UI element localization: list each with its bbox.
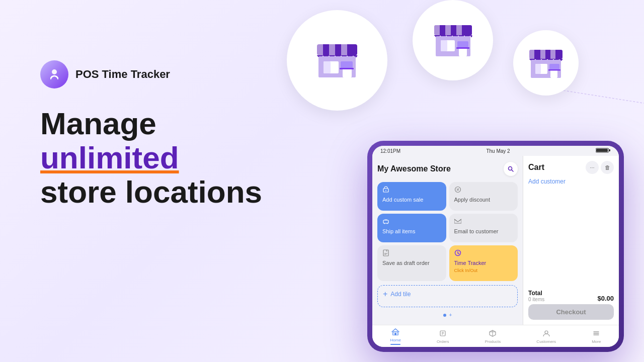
search-button[interactable] [504,162,518,176]
tile-custom-sale[interactable]: Add custom sale [377,182,446,211]
svg-rect-26 [529,50,534,59]
store-illustration-center [429,18,477,62]
svg-rect-31 [535,64,541,74]
dot-1 [443,314,446,317]
status-date: Thu May 2 [486,148,510,154]
cart-total-row: Total 0 items $0.00 [528,290,614,302]
tab-home[interactable]: Home [390,328,401,345]
total-info: Total 0 items [528,290,544,302]
tile-apply-discount[interactable]: Apply discount [449,182,518,211]
tab-customers-label: Customers [536,339,556,344]
svg-rect-16 [434,25,440,35]
store-header: My Awesome Store [377,161,518,179]
svg-point-0 [52,69,57,74]
store-bubble-left [287,10,387,111]
cart-delete-button[interactable]: 🗑 [601,161,614,174]
store-bubble-center [413,0,493,80]
total-amount: $0.00 [597,295,614,302]
tile-grid: Add custom sale Apply discount [377,182,518,281]
orders-icon [439,330,446,338]
email-label: Email to customer [454,228,513,234]
svg-line-1 [51,76,52,79]
total-label: Total [528,290,544,297]
customers-icon [543,330,550,338]
store-bubble-right [513,30,579,96]
svg-rect-46 [383,220,388,223]
add-tile-button[interactable]: + Add tile [377,285,518,307]
svg-rect-28 [550,50,555,59]
svg-line-54 [458,253,459,254]
total-sublabel: 0 items [528,297,544,302]
tab-more-label: More [592,339,601,344]
cart-header: Cart ··· 🗑 [528,161,614,174]
svg-rect-13 [341,61,353,68]
headline-line2: unlimited [40,141,262,175]
draft-icon [382,249,441,258]
app-name: POS Time Tracker [75,68,170,81]
products-icon [489,330,496,338]
store-illustration-left [309,35,365,85]
tile-draft-order[interactable]: Save as draft order [377,245,446,281]
svg-point-38 [509,167,512,170]
store-panel: My Awesome Store [372,156,523,325]
svg-point-44 [456,189,457,190]
store-bubbles [226,0,528,146]
custom-sale-label: Add custom sale [382,197,441,203]
add-tile-label: + Add tile [383,290,512,299]
svg-point-47 [384,223,385,224]
pagination-dots: + [377,310,518,320]
cart-more-button[interactable]: ··· [586,161,599,174]
store-illustration-right [526,45,566,81]
svg-rect-34 [548,69,560,71]
tab-bar: Home Orders [372,325,619,347]
ship-label: Ship all items [382,228,441,234]
cart-title: Cart [528,163,544,172]
svg-point-48 [387,223,388,224]
add-customer-link[interactable]: Add customer [528,178,614,185]
svg-rect-24 [456,47,469,49]
custom-sale-icon [382,186,441,195]
discount-label: Apply discount [454,197,513,203]
svg-rect-11 [324,61,331,73]
status-bar: 12:01PM Thu May 2 [372,146,619,156]
svg-rect-18 [456,25,462,35]
ship-icon [382,218,441,226]
tile-ship-items[interactable]: Ship all items [377,214,446,242]
tab-customers[interactable]: Customers [536,330,556,344]
home-icon [391,328,399,337]
svg-rect-49 [383,250,388,256]
svg-rect-7 [329,44,335,55]
cart-actions: ··· 🗑 [586,161,614,174]
svg-rect-21 [441,40,447,51]
cart-panel: Cart ··· 🗑 Add customer Total 0 items $0… [523,156,619,325]
ipad-mockup: 12:01PM Thu May 2 My Awesome Store [367,141,624,352]
add-tile-text: Add tile [390,291,411,298]
svg-rect-6 [317,44,323,55]
svg-point-45 [458,190,459,191]
svg-rect-27 [540,50,545,59]
svg-rect-23 [457,41,468,48]
tab-home-label: Home [390,338,401,342]
tab-orders-label: Orders [437,339,449,344]
tile-email-customer[interactable]: Email to customer [449,214,518,242]
svg-point-63 [545,331,548,334]
time-tracker-icon [454,249,513,258]
store-title: My Awesome Store [377,164,451,173]
tile-time-tracker[interactable]: Time Tracker Click In/Out [449,245,518,281]
tab-products[interactable]: Products [485,330,501,344]
checkout-button[interactable]: Checkout [528,304,614,320]
tab-more[interactable]: More [592,330,601,344]
app-logo [40,60,68,88]
headline-highlight: unlimited [40,140,179,175]
time-tracker-label: Time Tracker [454,260,513,266]
svg-line-3 [564,90,644,106]
status-battery [596,148,611,154]
svg-rect-14 [340,68,354,69]
dot-plus: + [449,312,452,318]
more-icon [593,330,600,338]
tab-products-label: Products [485,339,501,344]
svg-line-39 [512,170,513,171]
time-tracker-sublabel: Click In/Out [454,268,513,273]
svg-rect-37 [596,149,608,152]
tab-orders[interactable]: Orders [437,330,449,344]
